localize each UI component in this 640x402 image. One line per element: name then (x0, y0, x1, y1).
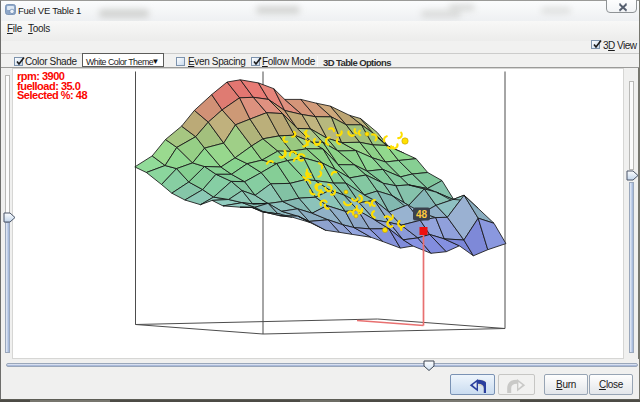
svg-text:48: 48 (416, 209, 428, 220)
